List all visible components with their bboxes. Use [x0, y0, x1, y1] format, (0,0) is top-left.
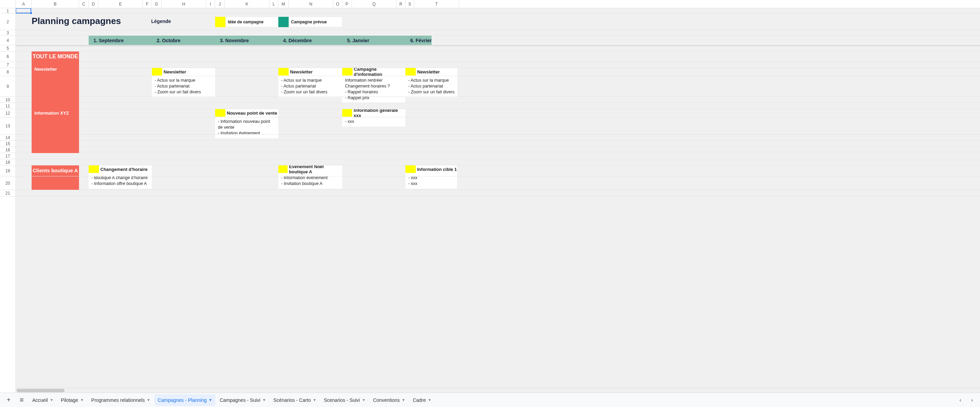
row-header[interactable]: 5: [0, 45, 16, 51]
grid-cells[interactable]: Planning campagnes Légende Idée de campa…: [16, 8, 980, 393]
row-header[interactable]: 2: [0, 14, 16, 30]
column-header[interactable]: D: [89, 0, 98, 8]
card-newsletter-dec[interactable]: Newsletter - Actus sur la marque - Actus…: [278, 68, 342, 97]
row-header[interactable]: 12: [0, 109, 16, 117]
row-header[interactable]: 18: [0, 159, 16, 165]
card-newsletter-oct[interactable]: Newsletter - Actus sur la marque - Actus…: [152, 68, 215, 97]
sheet-tab[interactable]: Campagnes - Planning▼: [154, 394, 215, 406]
sheet-tab[interactable]: Pilotage▼: [57, 394, 87, 406]
row-header[interactable]: 9: [0, 76, 16, 97]
month-header: 5. Janvier: [342, 36, 406, 45]
row-header[interactable]: 10: [0, 97, 16, 103]
column-header[interactable]: G: [152, 0, 162, 8]
column-header[interactable]: S: [406, 0, 414, 8]
status-swatch-idea: [342, 68, 353, 76]
row-header[interactable]: 13: [0, 117, 16, 135]
tab-menu-caret[interactable]: ▼: [313, 398, 317, 402]
card-nouveau-point-vente[interactable]: Nouveau point de vente - Information nou…: [215, 109, 278, 138]
column-header[interactable]: C: [79, 0, 89, 8]
sheet-tab[interactable]: Cadre▼: [409, 394, 435, 406]
card-evenement-noel[interactable]: Evenement Noël boutique A - Information …: [278, 165, 342, 189]
segment-title: TOUT LE MONDE: [32, 51, 79, 62]
month-header: 1. Septembre: [89, 36, 152, 45]
legend-swatch-planned: [278, 17, 289, 27]
column-header[interactable]: A: [16, 0, 32, 8]
column-header[interactable]: H: [162, 0, 206, 8]
column-header[interactable]: O: [333, 0, 342, 8]
tab-menu-caret[interactable]: ▼: [362, 398, 365, 402]
row-headers: 123456789101112131415161718192021: [0, 8, 16, 393]
row-header[interactable]: 19: [0, 165, 16, 176]
row-header[interactable]: 3: [0, 30, 16, 36]
segment-row-info: Information XYZ: [32, 109, 79, 153]
tab-menu-caret[interactable]: ▼: [50, 398, 53, 402]
column-header[interactable]: M: [278, 0, 289, 8]
tab-menu-caret[interactable]: ▼: [262, 398, 266, 402]
card-campagne-information[interactable]: Campagne d'information Information rentr…: [342, 68, 406, 103]
row-header[interactable]: 4: [0, 36, 16, 45]
column-header[interactable]: K: [225, 0, 269, 8]
month-header: 2. Octobre: [152, 36, 215, 45]
segment-tout-le-monde: TOUT LE MONDE: [32, 51, 79, 62]
segment-row-newsletter: Newsletter: [32, 62, 79, 109]
column-header[interactable]: Q: [352, 0, 396, 8]
column-header[interactable]: T: [414, 0, 459, 8]
sheet-tab-bar: + ≡ Accueil▼Pilotage▼Programmes relation…: [0, 393, 980, 407]
sheet-tab[interactable]: Conventions▼: [369, 394, 409, 406]
status-swatch-idea: [215, 109, 226, 117]
select-all-corner[interactable]: [0, 0, 16, 8]
tab-menu-caret[interactable]: ▼: [209, 398, 212, 402]
column-header[interactable]: R: [396, 0, 406, 8]
legend-swatch-idea: [215, 17, 226, 27]
row-header[interactable]: 7: [0, 62, 16, 68]
all-sheets-button[interactable]: ≡: [16, 394, 27, 406]
sheet-tab[interactable]: Accueil▼: [29, 394, 57, 406]
row-header[interactable]: 16: [0, 147, 16, 153]
column-header[interactable]: P: [342, 0, 352, 8]
add-sheet-button[interactable]: +: [3, 394, 14, 406]
scroll-tabs-right[interactable]: ›: [967, 395, 977, 405]
card-information-cible1[interactable]: Information cible 1 - xxx - xxx: [406, 165, 457, 189]
month-header: 4. Décembre: [278, 36, 342, 45]
month-header: 3. Novembre: [215, 36, 278, 45]
row-header[interactable]: 14: [0, 135, 16, 141]
scroll-tabs-left[interactable]: ‹: [955, 395, 966, 405]
column-header[interactable]: N: [289, 0, 333, 8]
row-header[interactable]: 8: [0, 68, 16, 76]
status-swatch-idea: [406, 165, 416, 173]
card-changement-horaire[interactable]: Changement d'horaire - Boutique A change…: [89, 165, 152, 189]
scrollbar-thumb[interactable]: [16, 389, 65, 392]
column-headers: ABCDEFGHIJKLMNOPQRST: [0, 0, 980, 8]
column-header[interactable]: J: [215, 0, 225, 8]
row-header[interactable]: 15: [0, 141, 16, 147]
cell-selection: [16, 8, 31, 13]
tab-menu-caret[interactable]: ▼: [428, 398, 431, 402]
sheet-tab[interactable]: Campagnes - Suivi▼: [216, 394, 269, 406]
row-header[interactable]: 6: [0, 51, 16, 62]
tab-menu-caret[interactable]: ▼: [80, 398, 84, 402]
column-header[interactable]: F: [143, 0, 152, 8]
row-header[interactable]: 21: [0, 190, 16, 196]
status-swatch-idea: [278, 68, 289, 76]
sheet-tab[interactable]: Scénarios - Carto▼: [270, 394, 320, 406]
sheet-tab[interactable]: Programmes relationnels▼: [88, 394, 154, 406]
row-header[interactable]: 11: [0, 103, 16, 109]
row-header[interactable]: 17: [0, 153, 16, 159]
sheet-tab[interactable]: Scenarios - Suivi▼: [320, 394, 369, 406]
tab-menu-caret[interactable]: ▼: [402, 398, 405, 402]
row-header[interactable]: 20: [0, 176, 16, 190]
horizontal-scrollbar[interactable]: [16, 388, 980, 393]
status-swatch-idea: [278, 165, 288, 173]
row-header[interactable]: 1: [0, 8, 16, 14]
status-swatch-idea: [406, 68, 416, 76]
card-information-generale[interactable]: Information générale xxx - xxx: [342, 109, 406, 127]
column-header[interactable]: E: [98, 0, 143, 8]
legend-label: Légende: [151, 19, 171, 24]
segment-clients-boutique-a: Clients boutique A: [32, 165, 79, 190]
column-header[interactable]: I: [206, 0, 215, 8]
tab-menu-caret[interactable]: ▼: [147, 398, 150, 402]
status-swatch-idea: [342, 109, 352, 117]
column-header[interactable]: L: [269, 0, 278, 8]
card-newsletter-fev[interactable]: Newsletter - Actus sur la marque - Actus…: [406, 68, 457, 97]
column-header[interactable]: B: [32, 0, 79, 8]
